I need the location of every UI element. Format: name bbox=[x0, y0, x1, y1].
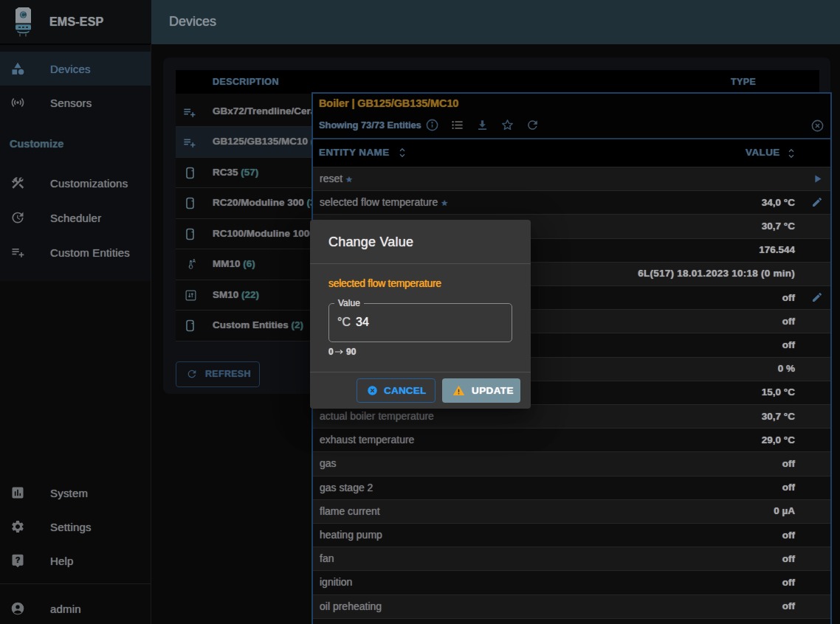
svg-text:A: A bbox=[192, 258, 196, 263]
svg-text:?: ? bbox=[16, 555, 21, 564]
